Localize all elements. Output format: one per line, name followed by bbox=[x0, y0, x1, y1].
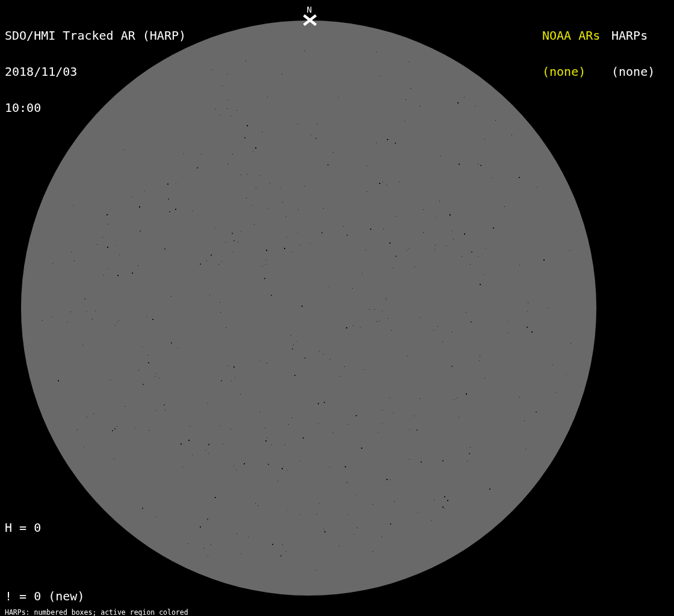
time-label: 10:00 bbox=[5, 102, 186, 114]
harps-value: (none) bbox=[611, 66, 655, 78]
page-title: SDO/HMI Tracked AR (HARP) bbox=[5, 29, 186, 42]
noaa-ars-counter: NOAA ARs (none) bbox=[542, 5, 600, 102]
footer-notes: HARPs: numbered boxes; active region col… bbox=[5, 596, 247, 616]
noaa-ars-label: NOAA ARs bbox=[542, 29, 600, 42]
harp-count: H = 0 bbox=[5, 522, 143, 534]
north-label: N bbox=[303, 5, 315, 14]
harps-label: HARPs bbox=[611, 29, 655, 42]
harps-counter: HARPs (none) bbox=[611, 5, 655, 102]
north-cross-icon bbox=[303, 14, 317, 26]
footer-harps-note: HARPs: numbered boxes; active region col… bbox=[5, 609, 247, 616]
noaa-ars-value: (none) bbox=[542, 66, 600, 78]
solar-disk-view: SDO/HMI Tracked AR (HARP) 2018/11/03 10:… bbox=[0, 0, 674, 616]
date-label: 2018/11/03 bbox=[5, 66, 186, 78]
header: SDO/HMI Tracked AR (HARP) 2018/11/03 10:… bbox=[5, 5, 186, 138]
